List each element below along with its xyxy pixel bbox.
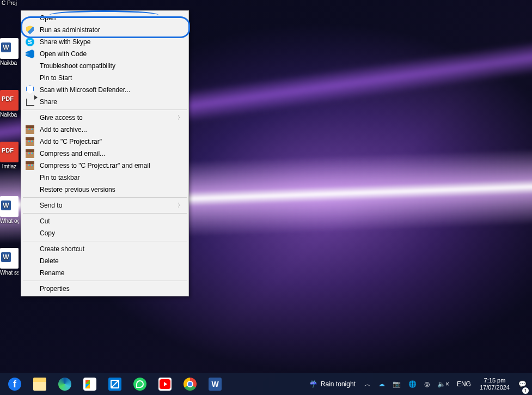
menu-item-icon bbox=[25, 98, 35, 106]
taskbar-ms-store[interactable] bbox=[77, 373, 102, 395]
tray-clock[interactable]: 7:15 pm 17/07/2024 bbox=[475, 373, 514, 395]
globe-icon: 🌐 bbox=[408, 380, 417, 388]
whatsapp-icon bbox=[133, 378, 146, 391]
menu-item-label: Restore previous versions bbox=[40, 186, 183, 193]
menu-item-create-shortcut[interactable]: Create shortcut bbox=[22, 243, 187, 255]
menu-item-pin-to-start[interactable]: Pin to Start bbox=[22, 72, 187, 84]
menu-item-label: Scan with Microsoft Defender... bbox=[40, 86, 183, 94]
menu-item-icon bbox=[25, 26, 35, 34]
taskbar-mail[interactable] bbox=[102, 373, 127, 395]
tray-location[interactable]: ◎ bbox=[421, 373, 433, 395]
word-doc-icon bbox=[0, 38, 19, 59]
menu-item-copy[interactable]: Copy bbox=[22, 227, 187, 239]
menu-item-run-as-administrator[interactable]: Run as administrator bbox=[22, 24, 187, 36]
menu-item-delete[interactable]: Delete bbox=[22, 255, 187, 267]
menu-item-rename[interactable]: Rename bbox=[22, 267, 187, 279]
taskbar-word[interactable]: W bbox=[203, 373, 228, 395]
tray-network[interactable]: 🌐 bbox=[405, 373, 420, 395]
menu-item-label: Delete bbox=[40, 257, 183, 265]
clock-time: 7:15 pm bbox=[484, 377, 506, 384]
winrar-icon bbox=[26, 125, 34, 134]
tray-notifications[interactable]: 💬 bbox=[515, 373, 530, 395]
language-label: ENG bbox=[457, 380, 471, 388]
menu-item-label: Add to "C Project.rar" bbox=[40, 138, 183, 145]
menu-item-compress-to-c-project-rar-and-email[interactable]: Compress to "C Project.rar" and email bbox=[22, 160, 187, 172]
taskbar-edge[interactable] bbox=[52, 373, 77, 395]
menu-item-label: Copy bbox=[40, 229, 183, 237]
desktop-icon[interactable]: C Proj bbox=[0, 0, 19, 6]
menu-item-add-to-archive[interactable]: Add to archive... bbox=[22, 124, 187, 136]
taskbar-file-explorer[interactable] bbox=[27, 373, 52, 395]
menu-item-icon bbox=[25, 217, 35, 226]
menu-item-label: Share with Skype bbox=[40, 38, 183, 46]
desktop-icon[interactable]: Imtiaz bbox=[0, 142, 19, 169]
taskbar: f W ☔ Rain tonight ︿ ☁ 📷 🌐 ◎ 🔈× ENG 7:15… bbox=[0, 373, 532, 395]
menu-item-open[interactable]: Open bbox=[22, 12, 187, 24]
menu-item-icon bbox=[25, 113, 35, 122]
menu-item-icon bbox=[25, 161, 35, 170]
skype-icon bbox=[26, 38, 34, 46]
system-tray: ︿ ☁ 📷 🌐 ◎ 🔈× ENG 7:15 pm 17/07/2024 💬 bbox=[361, 373, 530, 395]
share-icon bbox=[26, 99, 34, 106]
edge-icon bbox=[58, 378, 71, 391]
youtube-icon bbox=[158, 378, 172, 391]
menu-item-label: Run as administrator bbox=[40, 26, 183, 34]
ms-store-icon bbox=[83, 378, 96, 391]
chevron-up-icon: ︿ bbox=[364, 380, 371, 389]
menu-item-label: Troubleshoot compatibility bbox=[40, 62, 183, 70]
menu-item-label: Properties bbox=[40, 285, 183, 293]
menu-item-icon bbox=[25, 269, 35, 277]
word-icon: W bbox=[209, 378, 222, 391]
tray-meet-now[interactable]: 📷 bbox=[389, 373, 404, 395]
menu-item-icon bbox=[25, 137, 35, 146]
menu-item-share[interactable]: Share bbox=[22, 96, 187, 108]
menu-item-scan-with-microsoft-defender[interactable]: Scan with Microsoft Defender... bbox=[22, 84, 187, 96]
tray-volume[interactable]: 🔈× bbox=[434, 373, 452, 395]
mail-icon bbox=[108, 378, 121, 391]
menu-item-share-with-skype[interactable]: Share with Skype bbox=[22, 36, 187, 48]
menu-item-icon bbox=[25, 125, 35, 134]
taskbar-weather[interactable]: ☔ Rain tonight bbox=[304, 380, 361, 388]
taskbar-whatsapp[interactable] bbox=[127, 373, 152, 395]
tray-language[interactable]: ENG bbox=[454, 373, 474, 395]
menu-item-pin-to-taskbar[interactable]: Pin to taskbar bbox=[22, 172, 187, 184]
menu-item-label: Compress and email... bbox=[40, 150, 183, 157]
menu-item-restore-previous-versions[interactable]: Restore previous versions bbox=[22, 184, 187, 196]
desktop-icon[interactable]: Naikba CV bbox=[0, 90, 19, 118]
menu-item-give-access-to[interactable]: Give access to〉 bbox=[22, 112, 187, 124]
chevron-right-icon: 〉 bbox=[178, 114, 183, 121]
menu-item-icon bbox=[25, 86, 35, 94]
menu-item-icon bbox=[25, 229, 35, 238]
tray-onedrive[interactable]: ☁ bbox=[375, 373, 388, 395]
menu-separator bbox=[23, 197, 187, 198]
winrar-icon bbox=[26, 161, 34, 170]
taskbar-youtube[interactable] bbox=[152, 373, 178, 395]
menu-item-label: Send to bbox=[40, 202, 178, 209]
desktop-icon[interactable]: Naikba CV bbox=[0, 38, 19, 66]
desktop-icon[interactable]: What ssdon bbox=[0, 248, 19, 276]
menu-item-add-to-c-project-rar[interactable]: Add to "C Project.rar" bbox=[22, 136, 187, 148]
menu-item-icon bbox=[25, 74, 35, 82]
menu-item-label: Rename bbox=[40, 269, 183, 277]
pdf-doc-icon bbox=[0, 90, 19, 111]
menu-item-cut[interactable]: Cut bbox=[22, 215, 187, 227]
taskbar-facebook[interactable]: f bbox=[2, 373, 27, 395]
chrome-icon bbox=[184, 378, 197, 391]
menu-item-open-with-code[interactable]: Open with Code bbox=[22, 48, 187, 60]
taskbar-chrome[interactable] bbox=[178, 373, 203, 395]
winrar-icon bbox=[26, 149, 34, 158]
menu-item-label: Share bbox=[40, 98, 183, 106]
menu-separator bbox=[23, 281, 187, 281]
menu-item-icon bbox=[25, 257, 35, 265]
desktop-icon[interactable]: What ogilda bbox=[0, 196, 19, 224]
menu-item-label: Pin to taskbar bbox=[40, 174, 183, 181]
tray-overflow[interactable]: ︿ bbox=[361, 373, 374, 395]
menu-item-compress-and-email[interactable]: Compress and email... bbox=[22, 148, 187, 160]
menu-item-send-to[interactable]: Send to〉 bbox=[22, 199, 187, 211]
shield-icon bbox=[26, 26, 34, 34]
menu-item-icon bbox=[25, 62, 35, 70]
menu-item-icon bbox=[25, 245, 35, 253]
menu-item-troubleshoot-compatibility[interactable]: Troubleshoot compatibility bbox=[22, 60, 187, 72]
volume-icon: 🔈× bbox=[437, 380, 449, 388]
menu-item-properties[interactable]: Properties bbox=[22, 283, 187, 295]
